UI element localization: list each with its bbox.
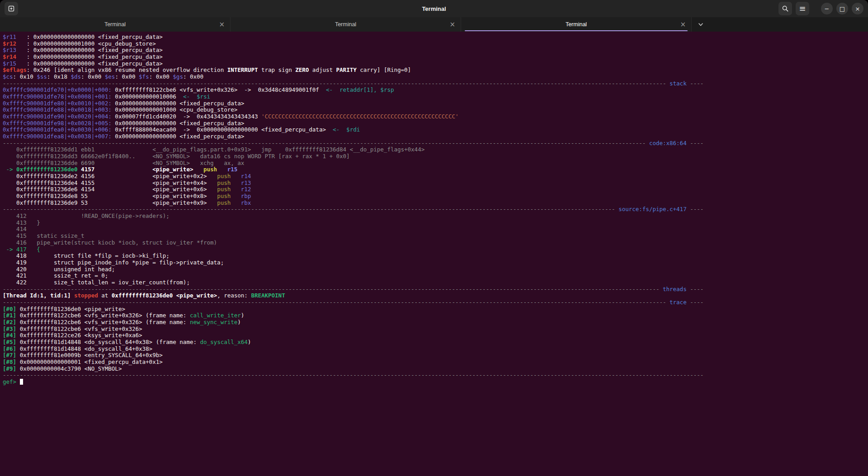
minimize-icon: −: [825, 6, 830, 12]
section-label: stack: [666, 80, 690, 87]
terminal-line: [#4] 0xffffffff8122ce26 <ksys_write+0xa6…: [3, 332, 868, 339]
terminal-line: [#8] 0x0000000000000001 <fixed_percpu_da…: [3, 359, 868, 366]
tab-terminal-3[interactable]: Terminal×: [461, 17, 692, 32]
terminal-line: -> 417 {: [3, 246, 868, 253]
terminal-line: $r15 : 0x0000000000000000 <fixed_percpu_…: [3, 61, 868, 67]
terminal-line: [Thread Id:1, tid:1] stopped at 0xffffff…: [3, 292, 868, 299]
terminal-line: $r11 : 0x0000000000000000 <fixed_percpu_…: [3, 34, 868, 41]
section-label: source:fs/pipe.c+417: [615, 206, 690, 212]
tab-close-button[interactable]: ×: [219, 21, 225, 28]
section-separator-source: ----------------------------------------…: [3, 206, 868, 213]
terminal-line: 422 size_t total_len = iov_iter_count(fr…: [3, 279, 868, 286]
terminal-line: [#5] 0xffffffff81d14848 <do_syscall_64+0…: [3, 339, 868, 346]
section-label: threads: [659, 286, 690, 292]
maximize-icon: □: [840, 6, 845, 12]
tab-terminal-2[interactable]: Terminal×: [231, 17, 461, 32]
chevron-down-icon: [698, 21, 704, 28]
minimize-button[interactable]: −: [821, 3, 833, 14]
terminal-line: 0xffffc900001dfe88|+0x0018|+003: 0x00000…: [3, 107, 868, 113]
terminal-line: 412 !READ_ONCE(pipe->readers);: [3, 213, 868, 220]
window-title: Terminal: [0, 5, 868, 12]
terminal-line: 416 pipe_write(struct kiocb *iocb, struc…: [3, 240, 868, 246]
gef-prompt-line: gef>: [3, 379, 868, 386]
terminal-line: 0xffffc900001dfea8|+0x0038|+007: 0x00000…: [3, 133, 868, 140]
section-separator-threads: ----------------------------------------…: [3, 286, 868, 293]
new-tab-icon: [8, 5, 15, 12]
terminal-line: [#1] 0xffffffff8122cbe6 <vfs_write+0x326…: [3, 312, 868, 319]
terminal-line: 413 }: [3, 220, 868, 226]
terminal-line: 0xffffc900001dfe70|+0x0000|+000: 0xfffff…: [3, 87, 868, 94]
tab-label: Terminal: [104, 21, 126, 28]
terminal-line: 0xffffc900001dfe80|+0x0010|+002: 0x00000…: [3, 100, 868, 107]
section-separator-stack: ----------------------------------------…: [3, 80, 868, 87]
section-label: trace: [666, 299, 690, 306]
close-icon: ×: [855, 6, 860, 12]
search-button[interactable]: [778, 2, 792, 15]
tab-close-button[interactable]: ×: [449, 21, 455, 28]
search-icon: [782, 5, 789, 12]
terminal-line: [#9] 0x00000000004c3790 <NO_SYMBOL>: [3, 366, 868, 372]
tab-close-button[interactable]: ×: [680, 21, 686, 28]
terminal-line: 0xffffffff81236de6 4154 <pipe_write+0x6>…: [3, 186, 868, 193]
terminal-line: -> 0xffffffff81236de0 4157 <pipe_write> …: [3, 166, 868, 173]
terminal-line: 0xffffffff81236de2 4156 <pipe_write+0x2>…: [3, 173, 868, 180]
close-button[interactable]: ×: [852, 3, 863, 14]
hamburger-menu-icon: ≡: [799, 5, 806, 13]
terminal-line: [#7] 0xffffffff81e0009b <entry_SYSCALL_6…: [3, 352, 868, 359]
terminal-window: Terminal ≡ − □ × Terminal×Terminal×Termi…: [0, 0, 868, 476]
terminal-line: [#0] 0xffffffff81236de0 <pipe_write>: [3, 306, 868, 313]
terminal-line: 0xffffffff81236dde 6690 <NO_SYMBOL> xchg…: [3, 160, 868, 167]
section-separator-trace: ----------------------------------------…: [3, 299, 868, 306]
terminal-line: 418 struct file *filp = iocb->ki_filp;: [3, 253, 868, 259]
terminal-line: $r13 : 0x0000000000000000 <fixed_percpu_…: [3, 47, 868, 54]
tab-label: Terminal: [566, 21, 587, 28]
tab-bar: Terminal×Terminal×Terminal×: [0, 17, 868, 32]
section-label: code:x86:64: [646, 140, 690, 146]
new-tab-button[interactable]: [5, 2, 18, 15]
terminal-line: 0xffffc900001dfe78|+0x0008|+001: 0x00000…: [3, 94, 868, 100]
terminal-line: [#2] 0xffffffff8122cbe6 <vfs_write+0x326…: [3, 319, 868, 326]
terminal-line: 415 static ssize_t: [3, 233, 868, 240]
terminal-line: 0xffffffff81236dd3 66662e0f1f8400.. <NO_…: [3, 153, 868, 160]
terminal-line: $r12 : 0x0000000000001000 <cpu_debug_sto…: [3, 41, 868, 47]
tabs-container: Terminal×Terminal×Terminal×: [0, 17, 692, 32]
terminal-line: 0xffffffff81236de4 4155 <pipe_write+0x4>…: [3, 180, 868, 187]
maximize-button[interactable]: □: [836, 3, 848, 14]
terminal-line: $r14 : 0x0000000000000000 <fixed_percpu_…: [3, 54, 868, 61]
terminal-line: 0xffffffff81236de8 55 <pipe_write+0x8> p…: [3, 193, 868, 200]
terminal-line: 414: [3, 226, 868, 233]
terminal-line: 419 struct pipe_inode_info *pipe = filp-…: [3, 259, 868, 266]
terminal-line: $cs: 0x10 $ss: 0x18 $ds: 0x00 $es: 0x00 …: [3, 74, 868, 80]
terminal-line: [#6] 0xffffffff81d14848 <do_syscall_64+0…: [3, 346, 868, 353]
terminal-line: 0xffffc900001dfe90|+0x0020|+004: 0x00007…: [3, 113, 868, 120]
titlebar[interactable]: Terminal ≡ − □ ×: [0, 0, 868, 17]
tab-terminal-1[interactable]: Terminal×: [0, 17, 231, 32]
terminal-line: 0xffffffff81236de9 53 <pipe_write+0x9> p…: [3, 200, 868, 207]
section-separator-code: ----------------------------------------…: [3, 140, 868, 147]
terminal-line: $eflags: 0x246 [ident align vx86 resume …: [3, 67, 868, 74]
tab-overflow-button[interactable]: [692, 17, 710, 32]
terminal-line: [#3] 0xffffffff8122cbe6 <vfs_write+0x326…: [3, 326, 868, 333]
menu-button[interactable]: ≡: [796, 2, 809, 15]
terminal-cursor[interactable]: [20, 379, 24, 385]
terminal-line: 0xffffc900001dfe98|+0x0028|+005: 0x00000…: [3, 120, 868, 127]
terminal-output[interactable]: $r11 : 0x0000000000000000 <fixed_percpu_…: [0, 32, 868, 476]
terminal-line: 420 unsigned int head;: [3, 266, 868, 273]
terminal-line: 421 ssize_t ret = 0;: [3, 273, 868, 279]
terminal-line: 0xffffc900001dfea0|+0x0030|+006: 0xffff8…: [3, 127, 868, 133]
tab-label: Terminal: [335, 21, 356, 28]
section-separator: ----------------------------------------…: [3, 372, 868, 379]
terminal-line: 0xffffffff81236dd1 ebb1 <__do_pipe_flags…: [3, 146, 868, 153]
